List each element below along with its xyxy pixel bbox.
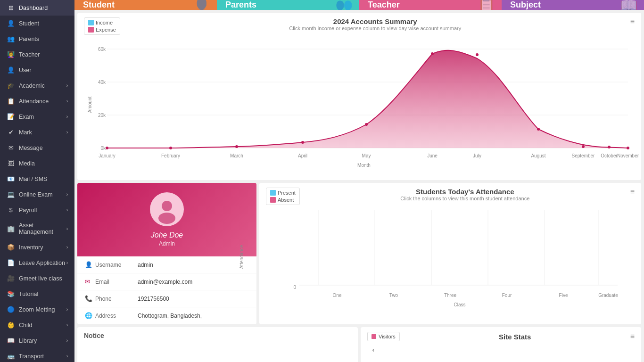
svg-text:One: One	[333, 293, 342, 298]
present-label: Present	[278, 190, 296, 196]
svg-text:Three: Three	[444, 293, 457, 298]
dp-apr[interactable]	[301, 141, 304, 144]
income-color	[88, 20, 94, 25]
sidebar-icon-22: 🚌	[7, 353, 15, 360]
sidebar-item-online-exam[interactable]: 💻 Online Exam ›	[0, 187, 74, 202]
dp-feb[interactable]	[169, 147, 172, 149]
stat-cards: Student 👤 Parents 👥 Teacher 📋 Subject 📖	[74, 0, 644, 10]
footer-row: Notice Visitors Site Stats ≡ 4	[77, 327, 641, 362]
sidebar-icon-4: 👤	[7, 66, 15, 74]
sidebar-item-parents[interactable]: 👥 Parents	[0, 31, 74, 47]
sidebar-label-0: Dashboard	[19, 5, 68, 11]
svg-point-20	[162, 201, 172, 211]
svg-text:60k: 60k	[98, 47, 106, 52]
sidebar-label-8: Mark	[19, 129, 66, 136]
sidebar-item-payroll[interactable]: $ Payroll ›	[0, 202, 74, 218]
sidebar-item-media[interactable]: 🖼 Media	[0, 156, 74, 171]
sidebar-item-dashboard[interactable]: ⊞ Dashboard	[0, 0, 74, 16]
sidebar-item-asset-management[interactable]: 🏢 Asset Management ›	[0, 218, 74, 239]
sidebar-item-inventory[interactable]: 📦 Inventory ›	[0, 239, 74, 255]
svg-text:February: February	[161, 153, 180, 158]
attendance-chart-subtitle: Click the columns to view this month stu…	[300, 196, 630, 201]
dp-nov[interactable]	[627, 147, 629, 149]
sidebar-item-child[interactable]: 👶 Child ›	[0, 317, 74, 333]
profile-email-row: ✉ Email admin@example.com	[77, 273, 256, 290]
sidebar-icon-16: 📄	[7, 259, 15, 266]
svg-text:June: June	[427, 153, 438, 158]
sidebar-label-12: Online Exam	[19, 191, 66, 198]
dp-sep[interactable]	[582, 145, 585, 148]
dp-oct[interactable]	[608, 146, 611, 148]
svg-text:0: 0	[293, 285, 296, 290]
svg-text:July: July	[473, 153, 481, 158]
chevron-right-icon-21: ›	[66, 338, 68, 343]
expense-label: Expense	[96, 27, 116, 33]
profile-role: Admin	[159, 240, 175, 247]
teacher-icon: 📋	[478, 0, 495, 10]
svg-text:October: October	[601, 153, 618, 158]
dp-jul[interactable]	[476, 53, 479, 56]
dp-mar[interactable]	[235, 145, 238, 148]
sidebar-item-mark[interactable]: ✔ Mark ›	[0, 124, 74, 140]
sidebar-item-tutorial[interactable]: 📚 Tutorial	[0, 286, 74, 302]
dp-jan[interactable]	[106, 147, 108, 149]
sidebar-icon-7: 📝	[7, 113, 15, 120]
profile-card: Johe Doe Admin 👤 Username admin ✉ Email …	[77, 183, 256, 324]
subject-icon: 📖	[620, 0, 637, 10]
stat-card-parents[interactable]: Parents 👥	[217, 0, 359, 10]
sidebar-item-transport[interactable]: 🚌 Transport ›	[0, 348, 74, 362]
stat-card-student[interactable]: Student 👤	[74, 0, 217, 10]
dp-jun[interactable]	[431, 52, 434, 55]
dp-aug[interactable]	[537, 128, 540, 131]
svg-text:Attendance: Attendance	[239, 245, 244, 269]
sidebar-icon-18: 📚	[7, 290, 15, 297]
sidebar-item-attendance[interactable]: 📋 Attendance ›	[0, 93, 74, 109]
sitestats-menu-icon[interactable]: ≡	[630, 332, 635, 341]
sidebar-item-library[interactable]: 📖 Library ›	[0, 333, 74, 348]
svg-text:Month: Month	[357, 163, 371, 168]
chevron-right-icon-5: ›	[66, 83, 68, 88]
svg-point-21	[158, 213, 175, 224]
sidebar-item-zoom-metting[interactable]: 🔵 Zoom Metting ›	[0, 302, 74, 317]
sidebar-label-7: Exam	[19, 114, 66, 120]
parents-icon: 👥	[335, 0, 353, 10]
expense-area[interactable]	[107, 50, 628, 148]
accounts-legend: Income Expense	[84, 17, 120, 35]
svg-text:January: January	[99, 153, 116, 158]
sidebar-item-student[interactable]: 👤 Student	[0, 16, 74, 31]
sidebar-label-10: Media	[19, 160, 68, 167]
accounts-chart-svg: Amount 60k 40k 20k 0k	[84, 35, 635, 174]
sidebar-icon-13: $	[7, 206, 15, 214]
main-content: Student 👤 Parents 👥 Teacher 📋 Subject 📖 …	[74, 0, 644, 362]
sidebar-item-teacher[interactable]: 👩‍🏫 Teacher	[0, 47, 74, 62]
sidebar-icon-8: ✔	[7, 129, 15, 136]
stat-card-teacher[interactable]: Teacher 📋	[359, 0, 502, 10]
sidebar-item-message[interactable]: ✉ Message	[0, 140, 74, 156]
svg-text:Class: Class	[454, 302, 465, 307]
address-label: Address	[95, 313, 138, 319]
expense-color	[88, 27, 94, 33]
chevron-right-icon-13: ›	[66, 207, 68, 213]
sidebar-item-user[interactable]: 👤 User	[0, 62, 74, 78]
chevron-right-icon-19: ›	[66, 307, 68, 312]
user-icon: 👤	[85, 261, 95, 268]
sidebar-icon-5: 🎓	[7, 82, 15, 89]
sidebar-item-leave-application[interactable]: 📄 Leave Application ›	[0, 255, 74, 271]
sidebar-item-exam[interactable]: 📝 Exam ›	[0, 109, 74, 124]
sidebar-item-academic[interactable]: 🎓 Academic ›	[0, 78, 74, 93]
stat-card-subject[interactable]: Subject 📖	[502, 0, 644, 10]
sidebar-icon-3: 👩‍🏫	[7, 51, 15, 58]
subject-label: Subject	[510, 0, 541, 10]
sidebar-item-mail--sms[interactable]: 📧 Mail / SMS	[0, 171, 74, 187]
sidebar-icon-21: 📖	[7, 337, 15, 344]
sidebar-item-gmeet-live-class[interactable]: 🎥 Gmeet live class	[0, 271, 74, 286]
dp-may[interactable]	[365, 123, 368, 126]
sidebar-icon-0: ⊞	[7, 4, 15, 11]
accounts-menu-icon[interactable]: ≡	[630, 17, 635, 26]
sidebar-label-19: Zoom Metting	[19, 306, 66, 313]
sidebar-icon-1: 👤	[7, 20, 15, 27]
accounts-chart-card: Income Expense 2024 Accounts Summary Cli…	[77, 13, 641, 180]
email-value: admin@example.com	[138, 279, 192, 285]
profile-username-row: 👤 Username admin	[77, 256, 256, 273]
attendance-menu-icon[interactable]: ≡	[630, 188, 635, 196]
